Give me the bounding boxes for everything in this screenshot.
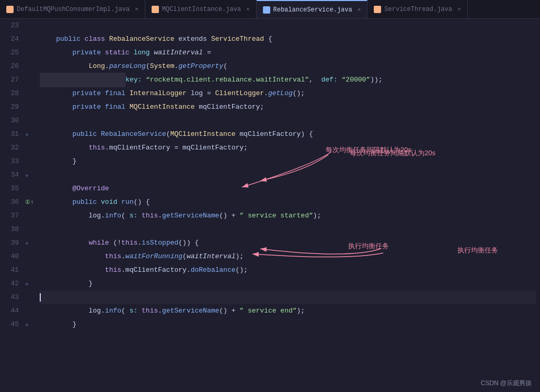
tab-bar: DefaultMQPushConsumerImpl.java × MQClien… [0, 0, 540, 19]
tab-icon-rebalance [263, 6, 270, 14]
code-line-34 [40, 168, 536, 182]
code-content[interactable]: public class RebalanceService extends Se… [36, 19, 540, 392]
code-line-43 [40, 291, 536, 304]
tab-servicethread[interactable]: ServiceThread.java × [367, 0, 467, 18]
gutter-icon-39: ⬦ [25, 236, 29, 250]
tab-icon-mqclient [152, 6, 159, 13]
code-line-37: log.info( s: this.getServiceName() + ” s… [40, 209, 536, 223]
code-line-30 [40, 114, 536, 128]
code-line-42: } [40, 277, 536, 291]
code-line-44: log.info( s: this.getServiceName() + ” s… [40, 304, 536, 318]
gutter-icon-33: ⬦ [25, 168, 29, 182]
gutter: ⬦ ⬦ ①↑ ⬦ ⬦ ⬦ [25, 19, 36, 392]
code-line-45: } [40, 318, 536, 331]
code-line-35: @Override [40, 182, 536, 195]
code-line-26: Long.parseLong(System.getProperty( [40, 60, 536, 73]
tab-label-rebalance: RebalanceService.java [273, 6, 352, 14]
tab-close-rebalance[interactable]: × [358, 7, 361, 13]
tab-close-defaultmq[interactable]: × [135, 6, 139, 13]
tab-defaultmq[interactable]: DefaultMQPushConsumerImpl.java × [0, 0, 145, 18]
code-line-31: public RebalanceService(MQClientInstance… [40, 128, 536, 141]
code-line-38 [40, 223, 536, 236]
code-line-29: private final MQClientInstance mqClientF… [40, 100, 536, 114]
gutter-icon-36: ①↑ [25, 195, 34, 209]
tab-label-defaultmq: DefaultMQPushConsumerImpl.java [17, 6, 130, 13]
code-line-36: public void run() { [40, 195, 536, 209]
code-area: 23 24 25 26 27 28 29 30 31 32 33 34 35 3… [0, 19, 540, 392]
code-line-23 [40, 19, 536, 32]
gutter-icon-42: ⬦ [25, 277, 29, 291]
tab-icon-servicethread [374, 6, 381, 13]
gutter-icon-45: ⬦ [25, 318, 29, 331]
gutter-icon-31: ⬦ [25, 128, 29, 141]
code-line-25: private static long waitInterval = [40, 46, 536, 60]
code-line-41: this.mqClientFactory.doRebalance(); [40, 263, 536, 277]
tab-label-servicethread: ServiceThread.java [384, 6, 452, 13]
code-line-24: public class RebalanceService extends Se… [40, 32, 536, 46]
code-line-32: this.mqClientFactory = mqClientFactory; [40, 141, 536, 155]
code-line-28: private final InternalLogger log = Clien… [40, 87, 536, 100]
code-line-33: } [40, 155, 536, 168]
code-line-40: this.waitForRunning(waitInterval); [40, 250, 536, 263]
tab-label-mqclient: MQClientInstance.java [162, 6, 241, 13]
tab-close-mqclient[interactable]: × [246, 6, 250, 13]
code-line-27: key: “rocketmq.client.rebalance.waitInte… [40, 73, 536, 87]
tab-mqclient[interactable]: MQClientInstance.java × [145, 0, 257, 18]
tab-close-servicethread[interactable]: × [457, 6, 461, 13]
tab-icon-defaultmq [6, 6, 14, 13]
code-line-39: while (!this.isStopped()) { [40, 236, 536, 250]
line-numbers: 23 24 25 26 27 28 29 30 31 32 33 34 35 3… [0, 19, 25, 392]
tab-rebalance[interactable]: RebalanceService.java × [257, 0, 368, 18]
text-cursor [40, 293, 41, 302]
attribution: CSDN @乐观男孩 [480, 379, 532, 388]
